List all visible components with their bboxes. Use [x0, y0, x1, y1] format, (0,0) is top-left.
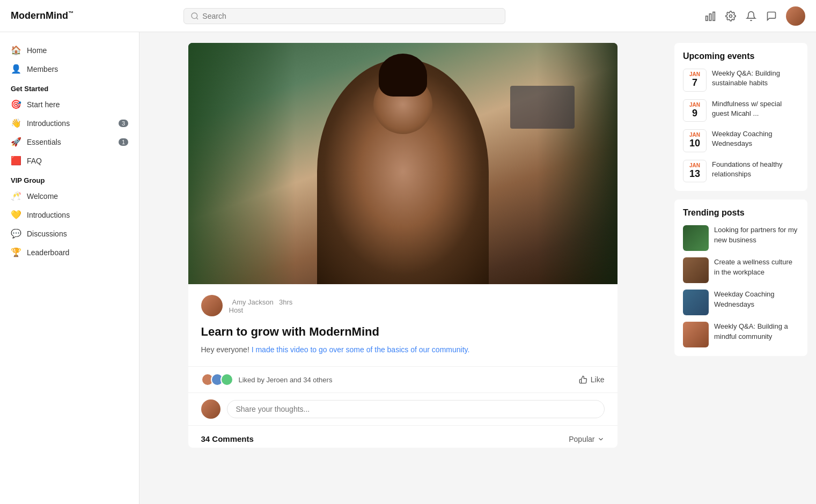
search-icon: [190, 12, 199, 20]
upcoming-events-title: Upcoming events: [683, 51, 799, 61]
commenter-avatar: [201, 399, 220, 419]
likes-row: Liked by Jeroen and 34 others: [201, 373, 333, 386]
essentials-badge: 1: [119, 138, 128, 146]
trending-item-0[interactable]: Looking for partners for my new business: [683, 225, 799, 251]
author-info: Amy Jackson 3hrs Host: [229, 297, 293, 314]
sidebar-item-vip-introductions[interactable]: 💛 Introductions: [0, 205, 139, 224]
content-card: Amy Jackson 3hrs Host Learn to grow with…: [188, 43, 617, 448]
sidebar-label: Discussions: [27, 229, 128, 238]
svg-point-4: [729, 14, 732, 17]
header-right: [704, 6, 805, 26]
sidebar-label: FAQ: [27, 157, 128, 165]
settings-icon[interactable]: [725, 10, 737, 22]
app-name: ModernMind: [11, 10, 68, 21]
vip-section: VIP Group: [0, 170, 139, 187]
sidebar-item-members[interactable]: 👤 Members: [0, 60, 139, 78]
trending-thumb-2: [683, 290, 709, 315]
event-item-2[interactable]: JAN 10 Weekday Coaching Wednesdays: [683, 129, 799, 152]
author-avatar: [201, 295, 223, 316]
sidebar-item-discussions[interactable]: 💬 Discussions: [0, 224, 139, 243]
sidebar-label: Essentials: [27, 138, 113, 146]
faq-icon: 🟥: [11, 155, 21, 166]
search-input[interactable]: [202, 12, 498, 20]
upcoming-events-widget: Upcoming events JAN 7 Weekly Q&A: Buildi…: [674, 43, 807, 191]
trending-thumb-0: [683, 225, 709, 251]
user-avatar[interactable]: [786, 6, 805, 26]
sidebar-label: Start here: [27, 100, 128, 109]
event-item-0[interactable]: JAN 7 Weekly Q&A: Building sustainable h…: [683, 69, 799, 92]
heart-icon: 💛: [11, 210, 21, 220]
post-link[interactable]: I made this video to go over some of the…: [252, 345, 470, 354]
bell-icon[interactable]: [745, 10, 757, 22]
likes-text: Liked by Jeroen and 34 others: [239, 376, 333, 384]
sidebar: 🏠 Home 👤 Members Get Started 🎯 Start her…: [0, 32, 139, 504]
chat-icon[interactable]: [766, 10, 777, 22]
author-role: Host: [229, 306, 293, 314]
event-date-0: JAN 7: [683, 69, 707, 92]
sidebar-item-home[interactable]: 🏠 Home: [0, 41, 139, 60]
layout: 🏠 Home 👤 Members Get Started 🎯 Start her…: [0, 32, 816, 504]
sidebar-item-faq[interactable]: 🟥 FAQ: [0, 151, 139, 170]
post-body: Amy Jackson 3hrs Host Learn to grow with…: [188, 284, 617, 366]
wave-icon: 👋: [11, 118, 21, 128]
video-player[interactable]: [188, 43, 617, 284]
right-sidebar: Upcoming events JAN 7 Weekly Q&A: Buildi…: [666, 32, 816, 504]
event-date-2: JAN 10: [683, 129, 707, 152]
svg-rect-2: [709, 13, 711, 20]
sidebar-label: Welcome: [27, 192, 128, 201]
sidebar-item-leaderboard[interactable]: 🏆 Leaderboard: [0, 243, 139, 262]
introductions-badge: 3: [119, 120, 128, 127]
members-icon: 👤: [11, 64, 21, 74]
champagne-icon: 🥂: [11, 191, 21, 201]
sidebar-label: Introductions: [27, 119, 113, 128]
sort-dropdown[interactable]: Popular: [569, 435, 604, 443]
comments-count: 34 Comments: [201, 434, 254, 443]
home-icon: 🏠: [11, 45, 21, 55]
comments-header: 34 Comments Popular: [188, 425, 617, 448]
target-icon: 🎯: [11, 99, 21, 109]
like-avatar-3: [220, 373, 233, 386]
trending-item-3[interactable]: Weekly Q&A: Building a mindful community: [683, 322, 799, 347]
like-avatars: [201, 373, 230, 386]
get-started-section: Get Started: [0, 78, 139, 95]
trophy-icon: 🏆: [11, 247, 21, 257]
post-title: Learn to grow with ModernMind: [201, 325, 605, 339]
sidebar-label: Members: [27, 65, 128, 73]
post-author: Amy Jackson 3hrs Host: [201, 295, 605, 316]
svg-rect-1: [706, 16, 708, 20]
sidebar-item-start-here[interactable]: 🎯 Start here: [0, 95, 139, 114]
chevron-down-icon: [597, 435, 605, 443]
event-item-1[interactable]: JAN 9 Mindfulness w/ special guest Micah…: [683, 99, 799, 122]
sidebar-label: Leaderboard: [27, 248, 128, 257]
header: ModernMind™: [0, 0, 816, 32]
comment-input[interactable]: [227, 400, 605, 418]
post-description: Hey everyone! I made this video to go ov…: [201, 344, 605, 355]
sidebar-item-welcome[interactable]: 🥂 Welcome: [0, 187, 139, 205]
svg-rect-3: [713, 12, 715, 20]
sidebar-label: Home: [27, 46, 128, 55]
trending-item-1[interactable]: Create a wellness culture in the workpla…: [683, 257, 799, 283]
thumbs-up-icon: [579, 375, 587, 384]
trending-thumb-1: [683, 257, 709, 283]
comment-input-row: [188, 392, 617, 425]
bubble-icon: 💬: [11, 228, 21, 239]
event-date-3: JAN 13: [683, 160, 707, 183]
trending-posts-widget: Trending posts Looking for partners for …: [674, 199, 807, 356]
event-item-3[interactable]: JAN 13 Foundations of healthy relationsh…: [683, 160, 799, 183]
sidebar-item-essentials[interactable]: 🚀 Essentials 1: [0, 132, 139, 151]
post-actions: Liked by Jeroen and 34 others Like: [188, 366, 617, 392]
search-bar[interactable]: [183, 8, 505, 24]
trending-thumb-3: [683, 322, 709, 347]
trending-item-2[interactable]: Weekday Coaching Wednesdays: [683, 290, 799, 315]
like-button[interactable]: Like: [579, 375, 605, 384]
logo: ModernMind™: [11, 10, 73, 21]
rocket-icon: 🚀: [11, 137, 21, 147]
event-date-1: JAN 9: [683, 99, 707, 122]
sidebar-label: Introductions: [27, 211, 128, 219]
sidebar-item-introductions[interactable]: 👋 Introductions 3: [0, 114, 139, 132]
svg-point-0: [192, 13, 197, 19]
trending-posts-title: Trending posts: [683, 208, 799, 218]
chart-icon[interactable]: [704, 10, 716, 22]
main-content: Amy Jackson 3hrs Host Learn to grow with…: [139, 32, 666, 504]
author-name: Amy Jackson 3hrs: [229, 297, 293, 306]
